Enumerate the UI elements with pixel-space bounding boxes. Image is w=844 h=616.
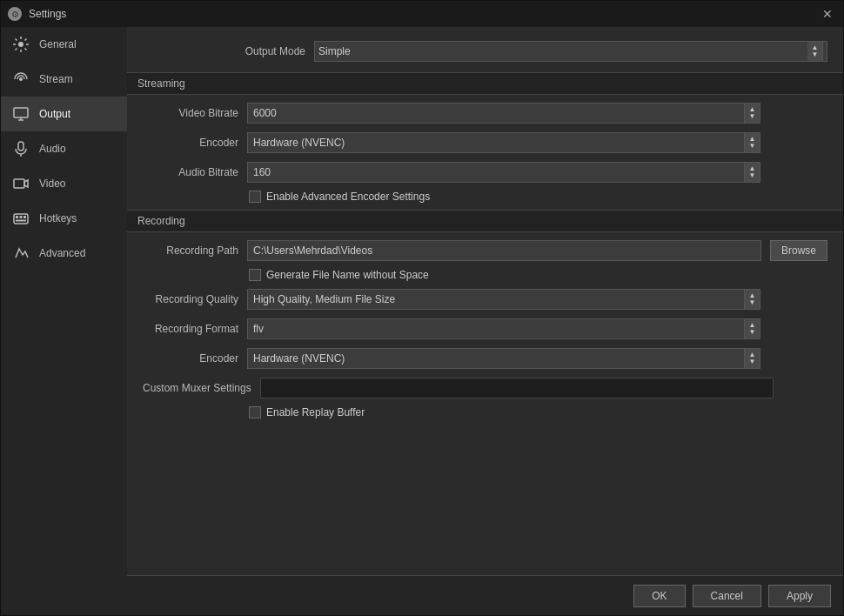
recording-quality-field[interactable]: High Quality, Medium File Size [247,289,745,310]
svg-rect-9 [16,220,26,222]
re-down-arrow-icon: ▼ [749,358,756,365]
cancel-button[interactable]: Cancel [693,585,761,607]
down-arrow-icon: ▼ [812,51,819,58]
recording-encoder-label: Encoder [143,352,238,365]
sidebar-item-video[interactable]: Video [1,166,127,201]
recording-path-input[interactable]: C:\Users\Mehrdad\Videos [247,240,761,261]
sidebar: General Stream Output Audio [1,27,127,615]
output-mode-arrows[interactable]: ▲ ▼ [807,41,823,62]
replay-buffer-checkbox[interactable]: Enable Replay Buffer [249,406,365,418]
video-bitrate-wrapper: 6000 ▲ ▼ [247,103,760,124]
sidebar-label-video: Video [39,177,65,190]
advanced-encoder-checkbox[interactable]: Enable Advanced Encoder Settings [249,191,430,203]
recording-encoder-row: Encoder Hardware (NVENC) ▲ ▼ [139,344,831,373]
streaming-encoder-field[interactable]: Hardware (NVENC) [247,132,745,153]
output-mode-value: Simple [318,45,351,57]
close-button[interactable]: ✕ [819,5,836,23]
recording-label: Recording [137,215,185,227]
generate-filename-checkbox-box[interactable] [249,269,261,281]
svg-rect-3 [18,142,23,151]
titlebar: ⚙ Settings ✕ [1,1,843,27]
audio-bitrate-arrows[interactable]: ▲ ▼ [745,162,760,183]
advanced-encoder-label: Enable Advanced Encoder Settings [266,191,430,203]
recording-quality-wrapper: High Quality, Medium File Size ▲ ▼ [247,289,760,310]
audio-icon [11,139,30,158]
recording-format-value: flv [253,323,264,335]
video-bitrate-row: Video Bitrate 6000 ▲ ▼ [139,98,831,128]
output-icon [11,104,30,124]
audio-bitrate-row: Audio Bitrate 160 ▲ ▼ [139,157,831,187]
recording-format-row: Recording Format flv ▲ ▼ [139,314,831,344]
streaming-section-header: Streaming [127,72,843,95]
output-mode-label: Output Mode [227,45,305,57]
recording-encoder-wrapper: Hardware (NVENC) ▲ ▼ [247,348,760,369]
video-icon [11,174,30,193]
sidebar-item-general[interactable]: General [1,27,127,62]
sidebar-label-advanced: Advanced [39,247,85,259]
video-bitrate-arrows[interactable]: ▲ ▼ [745,103,760,124]
main-content: General Stream Output Audio [1,27,843,615]
apply-button[interactable]: Apply [768,585,831,607]
recording-quality-row: Recording Quality High Quality, Medium F… [139,285,831,314]
settings-window: ⚙ Settings ✕ General Stream [0,0,844,616]
svg-rect-2 [14,108,28,117]
recording-section-header: Recording [127,210,843,232]
recording-format-field[interactable]: flv [247,318,745,339]
streaming-encoder-wrapper: Hardware (NVENC) ▲ ▼ [247,132,760,153]
hotkeys-icon [11,209,30,228]
streaming-encoder-arrows[interactable]: ▲ ▼ [745,132,760,153]
svg-rect-8 [23,216,26,218]
custom-muxer-input[interactable] [260,378,774,398]
advanced-encoder-row: Enable Advanced Encoder Settings [245,187,831,206]
recording-quality-label: Recording Quality [143,293,238,305]
recording-format-wrapper: flv ▲ ▼ [247,318,760,339]
sidebar-label-hotkeys: Hotkeys [39,212,77,224]
vb-down-arrow-icon: ▼ [749,113,756,120]
general-icon [11,35,30,54]
ok-button[interactable]: OK [633,585,685,607]
recording-encoder-field[interactable]: Hardware (NVENC) [247,348,745,369]
browse-button[interactable]: Browse [770,240,827,261]
generate-filename-checkbox[interactable]: Generate File Name without Space [249,269,429,281]
sidebar-item-audio[interactable]: Audio [1,131,127,166]
svg-rect-6 [16,216,18,218]
settings-panel: Output Mode Simple ▲ ▼ Streaming Vid [127,27,843,575]
titlebar-left: ⚙ Settings [8,7,66,21]
audio-bitrate-wrapper: 160 ▲ ▼ [247,162,760,183]
advanced-icon [11,244,30,263]
video-bitrate-field[interactable]: 6000 [247,103,745,124]
sidebar-label-audio: Audio [39,143,66,155]
custom-muxer-row: Custom Muxer Settings [139,373,831,403]
recording-format-label: Recording Format [143,323,238,335]
streaming-encoder-row: Encoder Hardware (NVENC) ▲ ▼ [139,128,831,157]
recording-path-row: Recording Path C:\Users\Mehrdad\Videos B… [139,236,831,265]
recording-quality-arrows[interactable]: ▲ ▼ [745,289,760,310]
output-mode-select[interactable]: Simple ▲ ▼ [314,41,827,62]
video-bitrate-label: Video Bitrate [143,107,238,119]
sidebar-item-advanced[interactable]: Advanced [1,236,127,271]
sidebar-label-stream: Stream [39,73,73,85]
recording-encoder-arrows[interactable]: ▲ ▼ [745,348,760,369]
rf-down-arrow-icon: ▼ [749,329,756,336]
audio-bitrate-field[interactable]: 160 [247,162,745,183]
ab-down-arrow-icon: ▼ [749,172,756,179]
se-down-arrow-icon: ▼ [749,143,756,150]
app-icon: ⚙ [8,7,22,21]
sidebar-item-output[interactable]: Output [1,97,127,131]
svg-point-1 [19,77,23,81]
window-title: Settings [29,8,66,20]
sidebar-item-stream[interactable]: Stream [1,62,127,97]
recording-quality-value: High Quality, Medium File Size [253,293,395,305]
recording-format-arrows[interactable]: ▲ ▼ [745,318,760,339]
sidebar-item-hotkeys[interactable]: Hotkeys [1,201,127,236]
svg-rect-7 [20,216,23,218]
replay-buffer-checkbox-box[interactable] [249,406,261,418]
audio-bitrate-label: Audio Bitrate [143,166,238,178]
svg-point-0 [18,42,23,47]
content-area: Output Mode Simple ▲ ▼ Streaming Vid [127,27,843,615]
replay-buffer-row: Enable Replay Buffer [245,403,831,422]
rq-down-arrow-icon: ▼ [749,299,756,306]
streaming-label: Streaming [137,77,185,90]
advanced-encoder-checkbox-box[interactable] [249,191,261,203]
stream-icon [11,70,30,89]
